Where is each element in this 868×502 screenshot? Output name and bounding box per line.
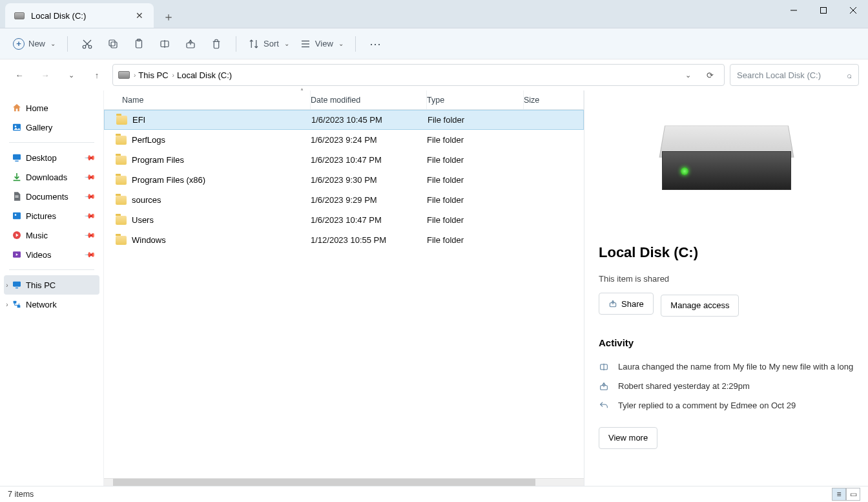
- minimize-button[interactable]: [779, 0, 809, 21]
- cut-button[interactable]: [76, 33, 99, 55]
- file-name: sources: [132, 195, 161, 205]
- refresh-button[interactable]: ⟳: [701, 66, 719, 84]
- network-icon: [12, 299, 22, 309]
- file-modified: 1/6/2023 10:47 PM: [311, 155, 427, 165]
- pin-icon: 📌: [83, 151, 96, 163]
- table-row[interactable]: sources1/6/2023 9:29 PMFile folder: [104, 190, 584, 210]
- chevron-right-icon: ›: [134, 72, 136, 79]
- activity-item: Laura changed the name from My file to M…: [599, 357, 854, 377]
- view-more-button[interactable]: View more: [599, 427, 657, 449]
- tiles-view-toggle[interactable]: ▭: [846, 488, 860, 501]
- new-button[interactable]: + New ⌄: [9, 33, 59, 55]
- file-name: EFI: [132, 115, 145, 125]
- details-view-toggle[interactable]: ≡: [832, 488, 846, 501]
- history-dropdown[interactable]: ⌄: [679, 66, 697, 84]
- sidebar-item-videos[interactable]: Videos 📌: [4, 245, 99, 264]
- new-tab-button[interactable]: ＋: [158, 6, 180, 28]
- breadcrumb-seg[interactable]: This PC: [138, 70, 168, 80]
- col-modified[interactable]: Date modified: [311, 90, 427, 109]
- svg-point-20: [15, 125, 17, 127]
- table-row[interactable]: Users1/6/2023 10:47 PMFile folder: [104, 210, 584, 230]
- copy-button[interactable]: [101, 33, 125, 55]
- sidebar-label: Downloads: [26, 173, 67, 182]
- file-name: Program Files: [132, 155, 184, 165]
- separator: [355, 36, 356, 52]
- svg-rect-1: [821, 8, 827, 14]
- table-row[interactable]: Windows1/12/2023 10:55 PMFile folder: [104, 230, 584, 250]
- videos-icon: [12, 249, 22, 260]
- svg-rect-25: [13, 213, 21, 220]
- svg-rect-21: [13, 154, 21, 160]
- manage-access-button[interactable]: Manage access: [661, 295, 739, 317]
- share-icon: [599, 381, 609, 392]
- new-label: New: [28, 39, 45, 48]
- sidebar-item-this-pc[interactable]: › This PC: [4, 275, 99, 295]
- col-size[interactable]: Size: [524, 90, 584, 109]
- titlebar: Local Disk (C:) ✕ ＋: [0, 0, 868, 28]
- rename-button[interactable]: [153, 33, 176, 55]
- col-type[interactable]: Type: [427, 90, 524, 109]
- file-type: File folder: [427, 195, 524, 205]
- share-button[interactable]: Share: [599, 293, 654, 315]
- sort-button[interactable]: Sort ⌄: [244, 33, 293, 55]
- sidebar-item-gallery[interactable]: Gallery: [4, 118, 99, 137]
- tab[interactable]: Local Disk (C:) ✕: [5, 3, 154, 28]
- paste-button[interactable]: [127, 33, 150, 55]
- svg-rect-31: [14, 301, 17, 304]
- breadcrumb-seg[interactable]: Local Disk (C:): [177, 70, 232, 80]
- tab-title: Local Disk (C:): [31, 11, 86, 21]
- file-modified: 1/6/2023 9:30 PM: [311, 175, 427, 185]
- chevron-down-icon: ⌄: [50, 40, 56, 47]
- recent-button[interactable]: ⌄: [61, 65, 81, 85]
- sidebar-item-home[interactable]: Home: [4, 98, 99, 118]
- back-button[interactable]: ←: [9, 65, 30, 85]
- pin-icon: 📌: [83, 229, 96, 241]
- file-modified: 1/12/2023 10:55 PM: [311, 235, 427, 245]
- delete-button[interactable]: [205, 33, 228, 55]
- search-box[interactable]: ⌕: [730, 64, 859, 86]
- sidebar-item-music[interactable]: Music 📌: [4, 225, 99, 245]
- file-type: File folder: [427, 155, 524, 165]
- sidebar-item-pictures[interactable]: Pictures 📌: [4, 206, 99, 225]
- gallery-icon: [12, 122, 22, 132]
- sidebar-item-downloads[interactable]: Downloads 📌: [4, 167, 99, 187]
- drive-artwork: [656, 121, 798, 212]
- folder-icon: [116, 196, 127, 205]
- sidebar-item-documents[interactable]: Documents 📌: [4, 187, 99, 206]
- folder-icon: [116, 136, 127, 145]
- maximize-button[interactable]: [809, 0, 838, 21]
- close-tab-icon[interactable]: ✕: [134, 10, 145, 21]
- view-button[interactable]: View ⌄: [296, 33, 347, 55]
- forward-button[interactable]: →: [35, 65, 56, 85]
- share-button[interactable]: [179, 33, 202, 55]
- scroll-thumb[interactable]: [113, 479, 535, 486]
- search-input[interactable]: [737, 70, 847, 80]
- up-button[interactable]: ↑: [87, 65, 107, 85]
- file-rows: EFI1/6/2023 10:45 PMFile folderPerfLogs1…: [104, 110, 584, 478]
- table-row[interactable]: PerfLogs1/6/2023 9:24 PMFile folder: [104, 130, 584, 150]
- table-row[interactable]: Program Files1/6/2023 10:47 PMFile folde…: [104, 150, 584, 170]
- horizontal-scrollbar[interactable]: [104, 478, 584, 486]
- download-icon: [12, 172, 22, 182]
- sidebar-item-network[interactable]: › Network: [4, 295, 99, 314]
- table-row[interactable]: EFI1/6/2023 10:45 PMFile folder: [104, 110, 584, 130]
- close-window-button[interactable]: [838, 0, 868, 21]
- toolbar: + New ⌄ Sort ⌄ View ⌄ ⋯: [0, 28, 868, 59]
- sidebar-label: Music: [26, 231, 48, 240]
- chevron-right-icon[interactable]: ›: [3, 282, 12, 289]
- file-modified: 1/6/2023 10:47 PM: [311, 215, 427, 225]
- more-button[interactable]: ⋯: [364, 33, 387, 55]
- address-bar[interactable]: ›This PC ›Local Disk (C:) ⌄ ⟳: [112, 64, 725, 86]
- file-type: File folder: [427, 175, 524, 185]
- sidebar-item-desktop[interactable]: Desktop 📌: [4, 148, 99, 167]
- col-name[interactable]: Name˄: [104, 90, 311, 109]
- svg-rect-22: [15, 161, 18, 162]
- table-row[interactable]: Program Files (x86)1/6/2023 9:30 PMFile …: [104, 170, 584, 190]
- separator: [9, 269, 94, 270]
- activity-item: Robert shared yesterday at 2:29pm: [599, 377, 854, 396]
- separator: [9, 142, 94, 143]
- pin-icon: 📌: [83, 171, 96, 183]
- activity-heading: Activity: [599, 337, 854, 348]
- chevron-right-icon[interactable]: ›: [3, 301, 12, 308]
- sidebar-label: Desktop: [26, 153, 57, 163]
